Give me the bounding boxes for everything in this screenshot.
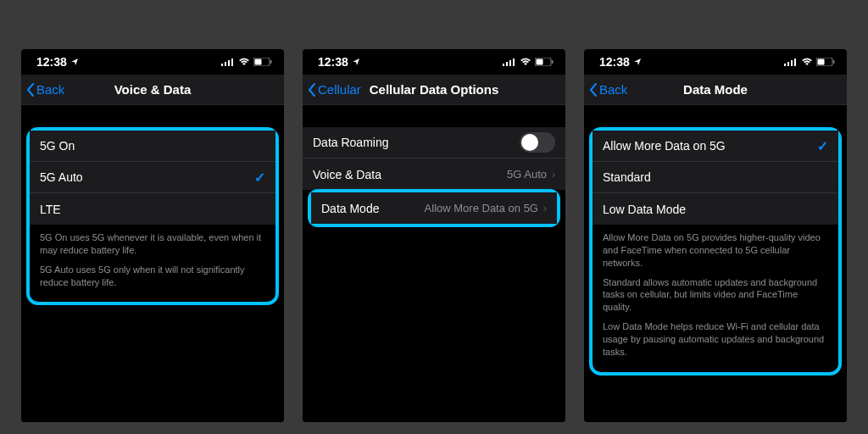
location-icon	[70, 58, 79, 66]
cellular-signal-icon	[503, 58, 516, 66]
highlight-box: Allow More Data on 5G ✓ Standard Low Dat…	[589, 127, 842, 376]
chevron-left-icon	[26, 83, 35, 97]
status-bar: 12:38	[21, 49, 284, 75]
option-label: LTE	[40, 203, 61, 216]
svg-rect-14	[784, 64, 786, 66]
status-bar: 12:38	[584, 49, 847, 75]
nav-bar: Cellular Cellular Data Options	[303, 75, 565, 105]
chevron-left-icon	[308, 83, 316, 97]
highlight-box: 5G On 5G Auto ✓ LTE 5G On uses 5G whenev…	[26, 127, 279, 305]
footer-text: Allow More Data on 5G provides higher-qu…	[593, 225, 838, 369]
footer-paragraph: 5G On uses 5G whenever it is available, …	[40, 231, 265, 257]
option-lte[interactable]: LTE	[30, 193, 275, 225]
footer-paragraph: Allow More Data on 5G provides higher-qu…	[603, 231, 828, 270]
location-icon	[633, 58, 642, 66]
svg-rect-1	[225, 62, 226, 66]
battery-icon	[535, 58, 554, 66]
chevron-right-icon: ›	[552, 169, 555, 181]
nav-title: Cellular Data Options	[370, 82, 499, 97]
location-icon	[352, 58, 360, 66]
row-data-mode[interactable]: Data Mode Allow More Data on 5G›	[311, 192, 557, 224]
chevron-left-icon	[589, 83, 598, 97]
row-value: 5G Auto	[507, 168, 547, 181]
option-label: 5G On	[40, 139, 75, 153]
svg-rect-9	[509, 60, 511, 66]
battery-icon	[253, 58, 272, 66]
cellular-signal-icon	[221, 58, 235, 66]
svg-rect-19	[818, 59, 825, 65]
toggle-switch[interactable]	[520, 132, 555, 153]
option-label: Standard	[603, 170, 651, 184]
option-standard[interactable]: Standard	[593, 162, 838, 193]
back-label: Back	[599, 82, 627, 97]
status-time: 12:38	[318, 55, 348, 69]
nav-title: Voice & Data	[114, 82, 192, 97]
option-label: 5G Auto	[40, 170, 83, 184]
back-button[interactable]: Back	[26, 82, 64, 97]
svg-rect-7	[503, 64, 504, 66]
status-time: 12:38	[36, 55, 67, 69]
status-time: 12:38	[599, 55, 630, 69]
svg-rect-15	[787, 62, 789, 66]
back-label: Back	[36, 82, 64, 97]
back-button[interactable]: Back	[589, 82, 627, 97]
footer-text: 5G On uses 5G whenever it is available, …	[30, 225, 275, 298]
wifi-icon	[238, 58, 250, 66]
screen-cellular-options: 12:38 Cellular Cellular Data Options Dat…	[303, 49, 565, 422]
svg-rect-8	[506, 62, 508, 66]
back-button[interactable]: Cellular	[308, 82, 361, 97]
nav-bar: Back Voice & Data	[21, 75, 284, 105]
footer-paragraph: Standard allows automatic updates and ba…	[603, 276, 828, 314]
battery-icon	[816, 58, 835, 66]
chevron-right-icon: ›	[543, 203, 547, 214]
screen-voice-data: 12:38 Back Voice & Data 5G On 5G Auto ✓	[21, 49, 284, 422]
svg-rect-5	[255, 59, 262, 65]
status-bar: 12:38	[303, 49, 565, 75]
nav-bar: Back Data Mode	[584, 75, 847, 105]
svg-rect-16	[791, 60, 793, 66]
footer-paragraph: 5G Auto uses 5G only when it will not si…	[40, 264, 265, 289]
svg-rect-0	[221, 64, 223, 66]
footer-paragraph: Low Data Mode helps reduce Wi-Fi and cel…	[603, 320, 828, 359]
row-label: Data Roaming	[313, 136, 389, 149]
row-label: Data Mode	[321, 202, 379, 215]
row-value: Allow More Data on 5G	[425, 202, 538, 214]
svg-rect-6	[270, 60, 272, 64]
option-low-data[interactable]: Low Data Mode	[593, 193, 838, 225]
option-5g-auto[interactable]: 5G Auto ✓	[30, 162, 275, 193]
cellular-signal-icon	[784, 58, 798, 66]
svg-rect-3	[231, 58, 233, 66]
wifi-icon	[801, 58, 813, 66]
svg-rect-13	[552, 60, 554, 64]
checkmark-icon: ✓	[817, 138, 828, 154]
row-data-roaming[interactable]: Data Roaming	[303, 127, 565, 159]
row-label: Voice & Data	[313, 168, 381, 181]
row-voice-data[interactable]: Voice & Data 5G Auto›	[303, 159, 565, 190]
svg-rect-17	[794, 58, 796, 66]
option-allow-more-5g[interactable]: Allow More Data on 5G ✓	[593, 131, 838, 162]
nav-title: Data Mode	[683, 82, 748, 97]
svg-rect-12	[537, 59, 543, 65]
back-label: Cellular	[318, 82, 361, 97]
highlight-row: Data Mode Allow More Data on 5G›	[308, 189, 560, 227]
option-label: Low Data Mode	[603, 203, 686, 216]
svg-rect-10	[513, 58, 515, 66]
svg-rect-2	[228, 60, 230, 66]
option-5g-on[interactable]: 5G On	[30, 131, 275, 162]
checkmark-icon: ✓	[254, 170, 265, 186]
svg-rect-20	[833, 60, 835, 64]
screen-data-mode: 12:38 Back Data Mode Allow More Data on …	[584, 49, 847, 422]
wifi-icon	[520, 58, 531, 66]
option-label: Allow More Data on 5G	[603, 139, 726, 153]
